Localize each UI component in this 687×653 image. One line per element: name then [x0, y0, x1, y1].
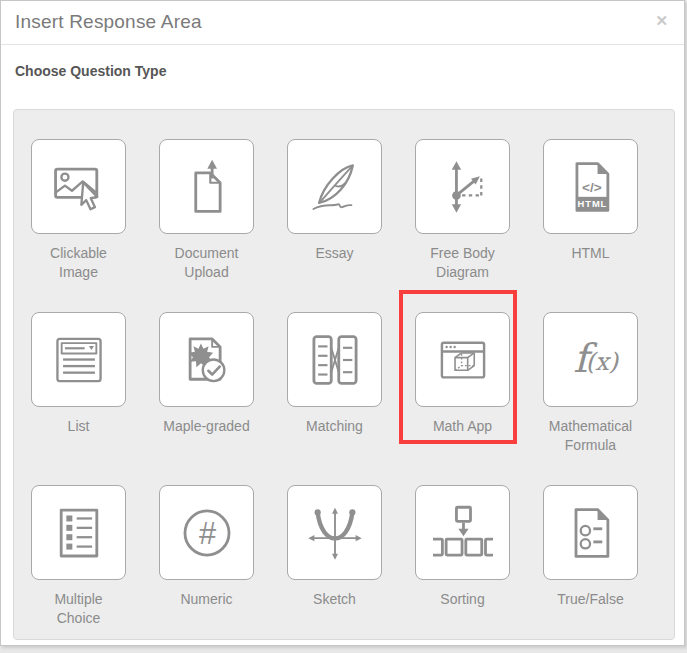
- html-icon: [561, 157, 621, 217]
- insert-response-area-dialog: Insert Response Area ✕ Choose Question T…: [0, 0, 685, 646]
- question-type-tile-matching[interactable]: [287, 312, 382, 407]
- clickable-image-icon: [49, 157, 109, 217]
- question-type-cell-mathematical-formula: Mathematical Formula: [543, 312, 638, 485]
- question-type-cell-math-app: Math App: [415, 312, 510, 485]
- question-type-cell-multiple-choice: Multiple Choice: [31, 485, 126, 640]
- essay-icon: [305, 157, 365, 217]
- question-type-tile-html[interactable]: [543, 139, 638, 234]
- question-type-tile-clickable-image[interactable]: [31, 139, 126, 234]
- section-heading: Choose Question Type: [15, 63, 166, 79]
- question-type-tile-numeric[interactable]: [159, 485, 254, 580]
- question-type-tile-maple-graded[interactable]: [159, 312, 254, 407]
- question-type-grid-panel: Clickable Image Document Upload Essay Fr…: [13, 109, 675, 640]
- question-type-label: Essay: [265, 244, 405, 263]
- true-false-icon: [561, 503, 621, 563]
- question-type-cell-sorting: Sorting: [415, 485, 510, 640]
- question-type-tile-true-false[interactable]: [543, 485, 638, 580]
- question-type-tile-essay[interactable]: [287, 139, 382, 234]
- maple-graded-icon: [177, 330, 237, 390]
- question-type-label: Math App: [393, 417, 533, 436]
- question-type-tile-list[interactable]: [31, 312, 126, 407]
- question-type-tile-document-upload[interactable]: [159, 139, 254, 234]
- dialog-title: Insert Response Area: [15, 11, 202, 33]
- question-type-label: Matching: [265, 417, 405, 436]
- question-type-tile-sorting[interactable]: [415, 485, 510, 580]
- numeric-icon: [177, 503, 237, 563]
- question-type-cell-list: List: [31, 312, 126, 485]
- list-icon: [49, 330, 109, 390]
- question-type-label: Free Body Diagram: [393, 244, 533, 281]
- question-type-label: HTML: [521, 244, 661, 263]
- question-type-label: List: [13, 417, 149, 436]
- multiple-choice-icon: [49, 503, 109, 563]
- question-type-cell-document-upload: Document Upload: [159, 139, 254, 312]
- question-type-cell-numeric: Numeric: [159, 485, 254, 640]
- question-type-tile-math-app[interactable]: [415, 312, 510, 407]
- dialog-header: Insert Response Area ✕: [1, 1, 684, 45]
- question-type-label: Numeric: [137, 590, 277, 609]
- matching-icon: [305, 330, 365, 390]
- question-type-cell-maple-graded: Maple-graded: [159, 312, 254, 485]
- document-upload-icon: [177, 157, 237, 217]
- question-type-cell-essay: Essay: [287, 139, 382, 312]
- question-type-label: Sorting: [393, 590, 533, 609]
- question-type-grid: Clickable Image Document Upload Essay Fr…: [14, 110, 674, 640]
- question-type-tile-multiple-choice[interactable]: [31, 485, 126, 580]
- question-type-label: Clickable Image: [13, 244, 149, 281]
- question-type-cell-clickable-image: Clickable Image: [31, 139, 126, 312]
- question-type-label: Maple-graded: [137, 417, 277, 436]
- math-formula-icon: [561, 330, 621, 390]
- sorting-icon: [433, 503, 493, 563]
- question-type-tile-free-body-diagram[interactable]: [415, 139, 510, 234]
- question-type-tile-sketch[interactable]: [287, 485, 382, 580]
- question-type-tile-mathematical-formula[interactable]: [543, 312, 638, 407]
- question-type-cell-html: HTML: [543, 139, 638, 312]
- question-type-cell-true-false: True/False: [543, 485, 638, 640]
- close-icon[interactable]: ✕: [652, 10, 671, 31]
- question-type-cell-free-body-diagram: Free Body Diagram: [415, 139, 510, 312]
- question-type-label: Sketch: [265, 590, 405, 609]
- question-type-label: Multiple Choice: [13, 590, 149, 627]
- question-type-label: Document Upload: [137, 244, 277, 281]
- question-type-label: True/False: [521, 590, 661, 609]
- question-type-cell-matching: Matching: [287, 312, 382, 485]
- free-body-diagram-icon: [433, 157, 493, 217]
- question-type-label: Mathematical Formula: [521, 417, 661, 454]
- question-type-cell-sketch: Sketch: [287, 485, 382, 640]
- sketch-icon: [305, 503, 365, 563]
- math-app-icon: [433, 330, 493, 390]
